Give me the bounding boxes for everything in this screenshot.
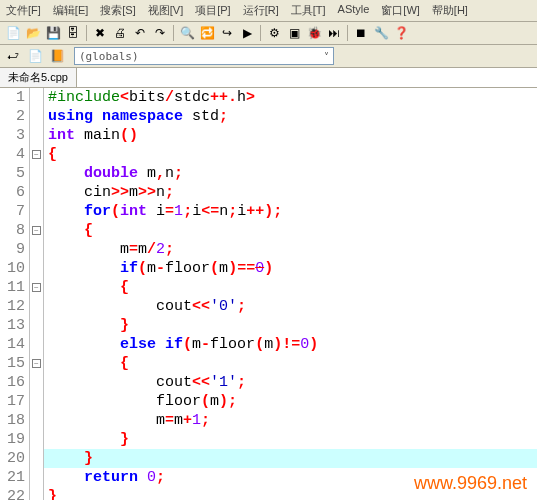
code-line[interactable]: }: [48, 316, 537, 335]
line-number: 13: [0, 316, 25, 335]
save-icon[interactable]: 💾: [44, 24, 62, 42]
line-number: 10: [0, 259, 25, 278]
line-number: 18: [0, 411, 25, 430]
menu-item[interactable]: 项目[P]: [189, 1, 236, 20]
line-number: 12: [0, 297, 25, 316]
config-icon[interactable]: 🔧: [372, 24, 390, 42]
watermark-text: www.9969.net: [414, 473, 527, 494]
code-line[interactable]: cin>>m>>n;: [48, 183, 537, 202]
line-number: 9: [0, 240, 25, 259]
fold-toggle-icon[interactable]: −: [32, 283, 41, 292]
line-number: 6: [0, 183, 25, 202]
line-number: 14: [0, 335, 25, 354]
compile-icon[interactable]: ⚙: [265, 24, 283, 42]
line-number: 20: [0, 449, 25, 468]
menu-item[interactable]: AStyle: [332, 1, 376, 20]
line-number: 21: [0, 468, 25, 487]
menu-item[interactable]: 文件[F]: [0, 1, 47, 20]
line-number: 17: [0, 392, 25, 411]
code-line[interactable]: }: [48, 430, 537, 449]
code-line[interactable]: {: [48, 145, 537, 164]
code-line[interactable]: double m,n;: [48, 164, 537, 183]
code-line[interactable]: else if(m-floor(m)!=0): [48, 335, 537, 354]
code-line[interactable]: using namespace std;: [48, 107, 537, 126]
bookmark-icon[interactable]: 📙: [48, 47, 66, 65]
forward-icon[interactable]: 📄: [26, 47, 44, 65]
menu-item[interactable]: 搜索[S]: [94, 1, 141, 20]
code-line[interactable]: int main(): [48, 126, 537, 145]
line-number: 11: [0, 278, 25, 297]
menubar: 文件[F]编辑[E]搜索[S]视图[V]项目[P]运行[R]工具[T]AStyl…: [0, 0, 537, 22]
globals-label: (globals): [79, 50, 139, 63]
back-icon[interactable]: ⮐: [4, 47, 22, 65]
line-number: 1: [0, 88, 25, 107]
compilerun-icon[interactable]: ▣: [285, 24, 303, 42]
code-line[interactable]: #include<bits/stdc++.h>: [48, 88, 537, 107]
redo-icon[interactable]: ↷: [151, 24, 169, 42]
menu-item[interactable]: 帮助[H]: [426, 1, 474, 20]
line-number: 22: [0, 487, 25, 500]
fold-toggle-icon[interactable]: −: [32, 359, 41, 368]
goto-icon[interactable]: ↪: [218, 24, 236, 42]
menu-item[interactable]: 运行[R]: [237, 1, 285, 20]
tab-file[interactable]: 未命名5.cpp: [0, 68, 77, 87]
fold-toggle-icon[interactable]: −: [32, 150, 41, 159]
fold-toggle-icon[interactable]: −: [32, 226, 41, 235]
code-line[interactable]: cout<<'0';: [48, 297, 537, 316]
code-editor[interactable]: 12345678910111213141516171819202122 −−−−…: [0, 88, 537, 500]
undo-icon[interactable]: ↶: [131, 24, 149, 42]
find-icon[interactable]: 🔍: [178, 24, 196, 42]
help-icon[interactable]: ❓: [392, 24, 410, 42]
menu-item[interactable]: 视图[V]: [142, 1, 189, 20]
secondary-toolbar: ⮐ 📄 📙 (globals) ˅: [0, 45, 537, 68]
line-number: 15: [0, 354, 25, 373]
main-toolbar: 📄📂💾🗄✖🖨↶↷🔍🔁↪▶⚙▣🐞⏭⏹🔧❓: [0, 22, 537, 45]
open-icon[interactable]: 📂: [24, 24, 42, 42]
line-number: 19: [0, 430, 25, 449]
line-number: 5: [0, 164, 25, 183]
stop-icon[interactable]: ⏹: [352, 24, 370, 42]
print-icon[interactable]: 🖨: [111, 24, 129, 42]
code-line[interactable]: m=m/2;: [48, 240, 537, 259]
code-line[interactable]: cout<<'1';: [48, 373, 537, 392]
code-line[interactable]: m=m+1;: [48, 411, 537, 430]
chevron-down-icon: ˅: [324, 51, 329, 62]
code-line[interactable]: {: [48, 221, 537, 240]
fold-gutter: −−−−: [30, 88, 44, 500]
menu-item[interactable]: 窗口[W]: [375, 1, 426, 20]
debug-icon[interactable]: 🐞: [305, 24, 323, 42]
tab-title: 未命名5.cpp: [8, 71, 68, 83]
code-line[interactable]: {: [48, 354, 537, 373]
new-icon[interactable]: 📄: [4, 24, 22, 42]
line-number: 16: [0, 373, 25, 392]
saveall-icon[interactable]: 🗄: [64, 24, 82, 42]
line-number: 2: [0, 107, 25, 126]
menu-item[interactable]: 工具[T]: [285, 1, 332, 20]
code-line[interactable]: }: [48, 449, 537, 468]
code-area[interactable]: #include<bits/stdc++.h>using namespace s…: [44, 88, 537, 500]
line-number: 3: [0, 126, 25, 145]
line-number: 7: [0, 202, 25, 221]
code-line[interactable]: if(m-floor(m)==0): [48, 259, 537, 278]
code-line[interactable]: for(int i=1;i<=n;i++);: [48, 202, 537, 221]
code-line[interactable]: {: [48, 278, 537, 297]
line-number-gutter: 12345678910111213141516171819202122: [0, 88, 30, 500]
step-icon[interactable]: ⏭: [325, 24, 343, 42]
code-line[interactable]: floor(m);: [48, 392, 537, 411]
replace-icon[interactable]: 🔁: [198, 24, 216, 42]
tabbar: 未命名5.cpp: [0, 68, 537, 88]
menu-item[interactable]: 编辑[E]: [47, 1, 94, 20]
line-number: 8: [0, 221, 25, 240]
run-icon[interactable]: ▶: [238, 24, 256, 42]
line-number: 4: [0, 145, 25, 164]
globals-dropdown[interactable]: (globals) ˅: [74, 47, 334, 65]
close-icon[interactable]: ✖: [91, 24, 109, 42]
